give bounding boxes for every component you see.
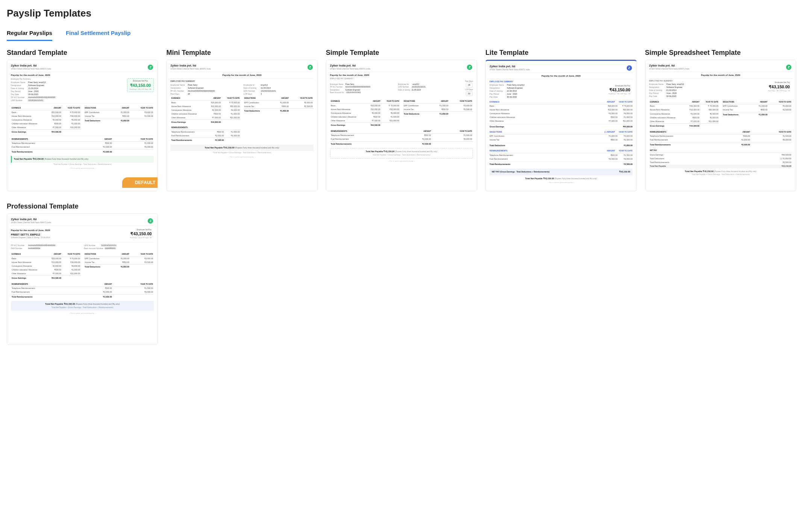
tab-regular-payslips[interactable]: Regular Payslips (7, 30, 52, 41)
template-card-standard[interactable]: Z Zylker India pvt. ltd 14 Elm Street Ch… (7, 60, 158, 191)
net-pay-summary-table: NET PAY Gross Earnings₹44,500.00 Total D… (649, 149, 792, 168)
net-pay-row: NET PAY (Gross Earnings - Total Deductio… (489, 169, 632, 175)
net-pay-box: Employee Net Pay ₹43,150.00 Paid Days : … (127, 78, 154, 92)
net-payable-line: Total Net Payable ₹43,150.00 (Rupees For… (11, 156, 154, 163)
page-title: Payslip Templates (7, 8, 796, 19)
template-title-lite: Lite Template (485, 49, 636, 57)
net-pay-box: Employee Net Pay ₹43,150.00 Paid Days : … (606, 83, 633, 97)
system-note: -- This is system generated payslip. -- (11, 167, 154, 169)
net-pay-formula: *Total Net Payable = (Gross Earnings - T… (11, 163, 154, 166)
net-payable-line: Total Net Payable ₹43,150.00 (Rupees For… (11, 301, 154, 311)
template-card-lite[interactable]: Z Zylker India pvt. ltd 14 Elm Street Ch… (485, 60, 636, 191)
company-name: Zylker India pvt. ltd (11, 64, 154, 68)
template-card-simple[interactable]: Z Zylker India pvt. ltd 14 Elm Street Ch… (326, 60, 477, 191)
default-badge: DEFAULT (122, 177, 158, 188)
company-address: 14 Elm Street Chennai Tamil Nadu 600071 … (11, 68, 154, 70)
template-card-professional[interactable]: Z Zylker India pvt. ltd 14 Elm Street Ch… (7, 213, 158, 345)
template-title-professional: Professional Template (7, 203, 158, 210)
net-pay-box: Employee Net Pay ₹43,150.00 Paid Days : … (766, 80, 792, 93)
company-logo-icon: Z (786, 65, 791, 70)
tab-final-settlement[interactable]: Final Settlement Payslip (66, 30, 131, 41)
net-pay-box: Employee Net Pay ₹43,150.00 Paid Days : … (127, 227, 154, 240)
employee-summary-label: Employee Pay Summary (11, 78, 125, 80)
template-card-mini[interactable]: Z Zylker India pvt. ltd 14 Elm Street Ch… (166, 60, 317, 191)
template-title-simple: Simple Template (326, 49, 477, 57)
net-payable-line: Total Net Payable ₹43,150.00 (Rupees For… (330, 148, 473, 159)
payslip-month-title: Payslip for the month of June, 2020 (11, 74, 154, 77)
company-logo-icon: Z (627, 65, 632, 71)
deductions-table: DEDUCTIONSAmountYear to date EPF Contrib… (84, 106, 154, 123)
company-logo-icon: Z (308, 65, 313, 70)
template-title-standard: Standard Template (7, 49, 158, 57)
earnings-table: EARNINGSAmountYear to date Basic₹25,000.… (11, 106, 81, 134)
tabs: Regular Payslips Final Settlement Paysli… (7, 30, 796, 41)
reimbursements-table: REIMBURSEMENTSAmountYear to date Telepho… (11, 138, 154, 154)
template-title-spreadsheet: Simple Spreadsheet Template (645, 49, 796, 57)
template-card-spreadsheet[interactable]: Z Zylker India pvt. ltd 14 Elm Street Ch… (645, 60, 796, 191)
net-payable-line: Total Net Payable ₹43,150.00 (Rupees For… (170, 145, 313, 151)
template-title-mini: Mini Template (166, 49, 317, 57)
